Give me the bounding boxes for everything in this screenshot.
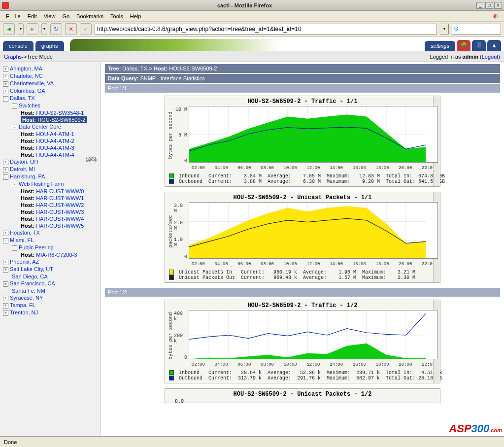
tree-toggle[interactable]: + <box>3 296 8 301</box>
tree-sidebar: 源码 +Arlington, MA+Charlotte, NC+Charlott… <box>0 62 101 436</box>
tab-console[interactable]: console <box>3 41 34 51</box>
tree-node[interactable]: Host: HAR-CUST-WWW1 <box>21 195 84 201</box>
tree-node[interactable]: Host: HOU-S2-SW3548-1 <box>21 110 84 116</box>
breadcrumb-graphs[interactable]: Graphs <box>4 54 22 60</box>
tree-toggle[interactable]: + <box>3 267 8 273</box>
tree-header: Tree: Dallas, TX-> Host: HOU-S2-SW6509-2 <box>105 64 500 73</box>
tree-toggle[interactable]: - <box>3 174 8 180</box>
tree-toggle[interactable]: + <box>3 303 8 309</box>
tree-node[interactable]: Salt Lake City, UT <box>10 266 53 272</box>
tree-node[interactable]: Host: HOU-A4-ATM-1 <box>21 131 74 137</box>
tree-toggle[interactable]: + <box>3 167 8 172</box>
tree-toggle[interactable]: - <box>12 245 17 251</box>
back-button[interactable]: ◄ <box>3 23 15 35</box>
tree-node[interactable]: Public Peering <box>19 244 54 250</box>
tree-node[interactable]: Host: HOU-A4-ATM-3 <box>21 145 74 151</box>
menu-help[interactable]: Help <box>127 12 144 20</box>
menu-view[interactable]: View <box>41 12 59 20</box>
tree-node[interactable]: Miami, FL <box>10 237 34 243</box>
tree-node[interactable]: Host: HOU-A4-ATM-2 <box>21 138 74 144</box>
tree-node[interactable]: Detroit, MI <box>10 166 35 172</box>
maximize-button[interactable]: □ <box>485 2 493 9</box>
logout-link[interactable]: Logout <box>482 54 499 60</box>
tree-view-icon[interactable]: 🌳 <box>457 40 470 51</box>
tree-node[interactable]: Host: HAR-CUST-WWW0 <box>21 188 84 194</box>
tree-node[interactable]: Arlington, MA <box>10 66 42 71</box>
graph-unicast-1-2[interactable]: HOU-S2-SW6509-2 - Unicast Packets - 1/2 … <box>165 388 440 403</box>
graph-unicast-1-1[interactable]: HOU-S2-SW6509-2 - Unicast Packets - 1/1p… <box>165 192 440 283</box>
tree-node[interactable]: Web Hosting Farm <box>19 181 64 187</box>
tree-node[interactable]: Dayton, OH <box>10 159 38 165</box>
menu-file[interactable]: File <box>3 12 24 20</box>
tree-node[interactable]: Harrisburg, PA <box>10 173 45 179</box>
section-port-1-1: Port 1/1 <box>105 84 500 93</box>
tree-node[interactable]: Host: HAR-CUST-WWW4 <box>21 216 84 222</box>
tree-toggle[interactable]: + <box>3 310 8 316</box>
tree-toggle[interactable]: + <box>3 81 8 87</box>
section-port-1-2: Port 1/2 <box>105 288 500 297</box>
tree-node[interactable]: Columbus, GA <box>10 88 45 94</box>
tree-node[interactable]: Switches <box>19 103 40 108</box>
url-input[interactable] <box>95 24 437 34</box>
tree-toggle[interactable]: - <box>12 125 17 130</box>
menu-go[interactable]: Go <box>59 12 72 20</box>
tree-node[interactable]: Trenton, NJ <box>10 309 38 315</box>
tree-node[interactable]: Host: MIA-R8-C7200-3 <box>21 252 77 258</box>
tree-toggle[interactable]: + <box>3 160 8 165</box>
tree-node[interactable]: San Francisco, CA <box>10 280 55 286</box>
tree-node[interactable]: Charlotte, NC <box>10 73 43 79</box>
stop-button[interactable]: ✕ <box>65 23 77 35</box>
tree-node[interactable]: Host: HOU-A4-ATM-4 <box>21 152 74 158</box>
tree-node[interactable]: Data Center Core <box>19 124 61 130</box>
tab-graphs[interactable]: graphs <box>35 41 64 51</box>
menu-edit[interactable]: Edit <box>25 12 40 20</box>
tree-toggle[interactable]: + <box>3 281 8 287</box>
reload-button[interactable]: ↻ <box>50 23 62 35</box>
tree-node[interactable]: San Diego, CA <box>10 274 48 279</box>
login-status: Logged in as admin (Logout) <box>430 54 500 60</box>
tree-node[interactable]: Santa Fe, NM <box>10 288 45 294</box>
url-dropdown[interactable]: ▾ <box>440 24 449 34</box>
search-input[interactable]: G <box>452 24 501 34</box>
throbber-icon: ◐ <box>490 12 501 20</box>
tree-toggle[interactable]: - <box>12 103 17 109</box>
tree-toggle[interactable]: - <box>12 182 17 187</box>
tree-toggle[interactable]: - <box>3 96 8 102</box>
tree-toggle[interactable]: + <box>3 74 8 79</box>
breadcrumb: Graphs -> Tree Mode Logged in as admin (… <box>0 51 504 62</box>
forward-dropdown[interactable]: ▾ <box>41 23 47 35</box>
tree-node[interactable]: Host: HOU-S2-SW6509-2 <box>21 116 87 123</box>
tree-node[interactable]: Host: HAR-CUST-WWW2 <box>21 202 84 208</box>
tree-node[interactable]: Phoenix, AZ <box>10 259 39 265</box>
preview-view-icon[interactable]: ▲ <box>487 40 501 51</box>
graph-content: Tree: Dallas, TX-> Host: HOU-S2-SW6509-2… <box>101 62 504 436</box>
tree-toggle[interactable]: + <box>3 67 8 72</box>
menu-bookmarks[interactable]: Bookmarks <box>73 12 106 20</box>
page-watermark: ASP300.com <box>449 422 502 435</box>
tree-node[interactable]: Host: HAR-CUST-WWW3 <box>21 209 84 215</box>
menu-tools[interactable]: Tools <box>107 12 126 20</box>
tree-node[interactable]: Host: HAR-CUST-WWW5 <box>21 223 84 229</box>
back-dropdown[interactable]: ▾ <box>18 23 24 35</box>
graph-traffic-1-1[interactable]: HOU-S2-SW6509-2 - Traffic - 1/1bytes per… <box>165 96 440 187</box>
forward-button[interactable]: ► <box>27 23 38 35</box>
nav-toolbar: ◄ ▾ ► ▾ ↻ ✕ ⌂ ▾ G <box>0 22 504 36</box>
tree-node[interactable]: Dallas, TX <box>10 95 35 101</box>
minimize-button[interactable]: _ <box>476 2 484 9</box>
tree-toggle[interactable]: + <box>3 231 8 236</box>
home-button[interactable]: ⌂ <box>80 23 92 35</box>
close-button[interactable]: × <box>494 2 502 9</box>
tree-node[interactable]: Tampa, FL <box>10 302 35 308</box>
tree-toggle[interactable]: + <box>3 89 8 94</box>
tree-node[interactable]: Houston, TX <box>10 230 40 236</box>
status-bar: Done <box>0 436 504 447</box>
tree-node[interactable]: Charlottesville, VA <box>10 80 54 86</box>
graph-traffic-1-2[interactable]: HOU-S2-SW6509-2 - Traffic - 1/2bytes per… <box>165 300 440 383</box>
tab-settings[interactable]: settings <box>425 41 455 51</box>
list-view-icon[interactable]: ☰ <box>472 40 486 51</box>
search-icon: G <box>454 26 458 32</box>
tree-toggle[interactable]: - <box>3 238 8 243</box>
tree-node[interactable]: Syracuse, NY <box>10 295 43 301</box>
header-decoration <box>70 39 421 51</box>
tree-toggle[interactable]: + <box>3 260 8 265</box>
